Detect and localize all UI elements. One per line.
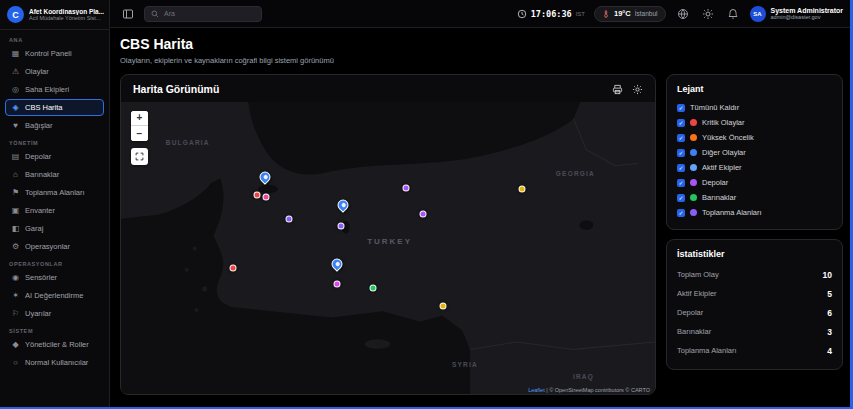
sidebar-item-operasyonlar[interactable]: ⚙Operasyonlar — [5, 238, 104, 255]
app-titles: Afet Koordinasyon Pla... Acil Müdahale Y… — [29, 8, 104, 21]
sidebar-item-label: Depolar — [25, 152, 51, 161]
legend-checkbox[interactable]: ✓ — [677, 104, 685, 112]
sidebar-item-envanter[interactable]: ▣Envanter — [5, 202, 104, 219]
legend-item: ✓Depolar — [677, 175, 832, 190]
map-marker-critical-incident[interactable] — [254, 192, 261, 199]
sidebar-item-olaylar[interactable]: ⚠Olaylar — [5, 63, 104, 80]
stat-value: 10 — [823, 270, 832, 280]
zoom-out-button[interactable]: − — [131, 126, 148, 141]
map-panel: Harita Görünümü — [120, 74, 656, 395]
map-marker-incident[interactable] — [263, 194, 270, 201]
ai-icon: ✶ — [11, 291, 20, 300]
map-marker-high-priority-incident[interactable] — [518, 186, 525, 193]
fullscreen-icon — [135, 152, 144, 161]
sidebar-item-sensorler[interactable]: ◉Sensörler — [5, 269, 104, 286]
sidebar-item-ai-degerlendirme[interactable]: ✶AI Değerlendirme — [5, 287, 104, 304]
legend-checkbox[interactable]: ✓ — [677, 179, 685, 187]
theme-toggle-button[interactable] — [700, 6, 716, 22]
sidebar-item-label: Garaj — [25, 224, 43, 233]
legend-title: Lejant — [677, 84, 832, 94]
leaflet-link[interactable]: Leaflet — [528, 387, 545, 393]
app-header: C Afet Koordinasyon Pla... Acil Müdahale… — [0, 0, 109, 30]
map-marker-shelter[interactable] — [369, 284, 376, 291]
donations-icon: ♥ — [11, 121, 20, 130]
sidebar-item-bagislar[interactable]: ♥Bağışlar — [5, 117, 104, 134]
sidebar-item-label: CBS Harita — [25, 103, 63, 112]
map-canvas[interactable]: BULGARIAGEORGIATURKEYSYRIAIRAQ + − Leafl… — [121, 102, 655, 394]
sidebar-item-yoneticiler-roller[interactable]: ◆Yöneticiler & Roller — [5, 336, 104, 353]
map-marker-warehouse[interactable] — [333, 280, 340, 287]
sidebar-item-label: Yöneticiler & Roller — [25, 340, 89, 349]
sidebar-item-label: Barınaklar — [25, 170, 59, 179]
gear-icon — [632, 84, 643, 95]
print-map-button[interactable] — [612, 84, 623, 95]
map-marker-assembly-area[interactable] — [338, 223, 345, 230]
sidebar-item-depolar[interactable]: ▤Depolar — [5, 148, 104, 165]
app-logo: C — [7, 6, 24, 23]
assembly-icon: ⚑ — [11, 188, 20, 197]
stat-value: 4 — [827, 346, 832, 356]
sidebar-section-label: OPERASYONLAR — [9, 261, 100, 267]
legend-item-label: Diğer Olaylar — [702, 148, 746, 157]
legend-color-dot — [690, 194, 697, 201]
legend-item: ✓Barınaklar — [677, 190, 832, 205]
legend-checkbox[interactable]: ✓ — [677, 164, 685, 172]
sidebar-item-normal-kullanicilar[interactable]: ○Normal Kullanıcılar — [5, 354, 104, 371]
avatar: SA — [750, 6, 766, 22]
basemap — [121, 102, 655, 394]
user-menu[interactable]: SA System Administrator admin@disaster.g… — [750, 6, 843, 22]
stat-label: Toplam Olay — [677, 270, 719, 279]
stat-row: Toplam Olay10 — [677, 265, 832, 284]
sidebar-item-kontrol-paneli[interactable]: ▦Kontrol Paneli — [5, 45, 104, 62]
stat-label: Barınaklar — [677, 327, 711, 336]
map-marker-high-priority-incident[interactable] — [440, 302, 447, 309]
sidebar-item-uyarilar[interactable]: ⚐Uyarılar — [5, 305, 104, 322]
legend-checkbox[interactable]: ✓ — [677, 209, 685, 217]
legend-checkbox[interactable]: ✓ — [677, 119, 685, 127]
operations-icon: ⚙ — [11, 242, 20, 251]
sidebar-item-saha-ekipleri[interactable]: ◎Saha Ekipleri — [5, 81, 104, 98]
stat-label: Toplanma Alanları — [677, 346, 737, 355]
map-icon: ◈ — [11, 103, 20, 112]
garage-icon: ◧ — [11, 224, 20, 233]
stats-panel: İstatistikler Toplam Olay10Aktif Ekipler… — [666, 239, 843, 370]
legend-item-label: Barınaklar — [702, 193, 736, 202]
sidebar-toggle-button[interactable] — [120, 6, 136, 22]
legend-item: ✓Yüksek Öncelik — [677, 130, 832, 145]
sidebar: C Afet Koordinasyon Pla... Acil Müdahale… — [0, 0, 110, 409]
sidebar-item-cbs-harita[interactable]: ◈CBS Harita — [5, 99, 104, 116]
legend-item-label: Yüksek Öncelik — [702, 133, 754, 142]
fullscreen-button[interactable] — [131, 148, 148, 165]
map-marker-critical-incident[interactable] — [230, 264, 237, 271]
legend-checkbox[interactable]: ✓ — [677, 149, 685, 157]
search-input[interactable]: Ara — [144, 6, 262, 22]
notifications-button[interactable] — [725, 6, 741, 22]
legend-color-dot — [690, 149, 697, 156]
language-button[interactable] — [675, 6, 691, 22]
legend-checkbox[interactable]: ✓ — [677, 194, 685, 202]
sidebar-item-label: Uyarılar — [25, 309, 51, 318]
sidebar-item-barinaklar[interactable]: ⌂Barınaklar — [5, 166, 104, 183]
legend-checkbox[interactable]: ✓ — [677, 134, 685, 142]
sidebar-item-garaj[interactable]: ◧Garaj — [5, 220, 104, 237]
sensors-icon: ◉ — [11, 273, 20, 282]
map-attribution: Leaflet | © OpenStreetMap contributors ©… — [523, 386, 655, 394]
sidebar-item-label: Toplanma Alanları — [25, 188, 85, 197]
map-marker-warehouse[interactable] — [420, 211, 427, 218]
map-panel-title: Harita Görünümü — [133, 83, 219, 95]
sidebar-item-toplanma-alanlari[interactable]: ⚑Toplanma Alanları — [5, 184, 104, 201]
sidebar-item-label: Normal Kullanıcılar — [25, 358, 88, 367]
printer-icon — [612, 84, 623, 95]
stats-list: Toplam Olay10Aktif Ekipler5Depolar6Barın… — [677, 265, 832, 360]
map-marker-warehouse[interactable] — [403, 185, 410, 192]
zoom-in-button[interactable]: + — [131, 111, 148, 126]
admins-icon: ◆ — [11, 340, 20, 349]
legend-item-label: Aktif Ekipler — [702, 163, 742, 172]
stat-label: Depolar — [677, 308, 703, 317]
map-settings-button[interactable] — [632, 84, 643, 95]
map-zoom-control: + − — [131, 111, 148, 141]
map-marker-assembly-area[interactable] — [286, 215, 293, 222]
stat-value: 5 — [827, 289, 832, 299]
sidebar-item-label: Sensörler — [25, 273, 57, 282]
legend-panel: Lejant ✓Tümünü Kaldır✓Kritik Olaylar✓Yük… — [666, 74, 843, 230]
